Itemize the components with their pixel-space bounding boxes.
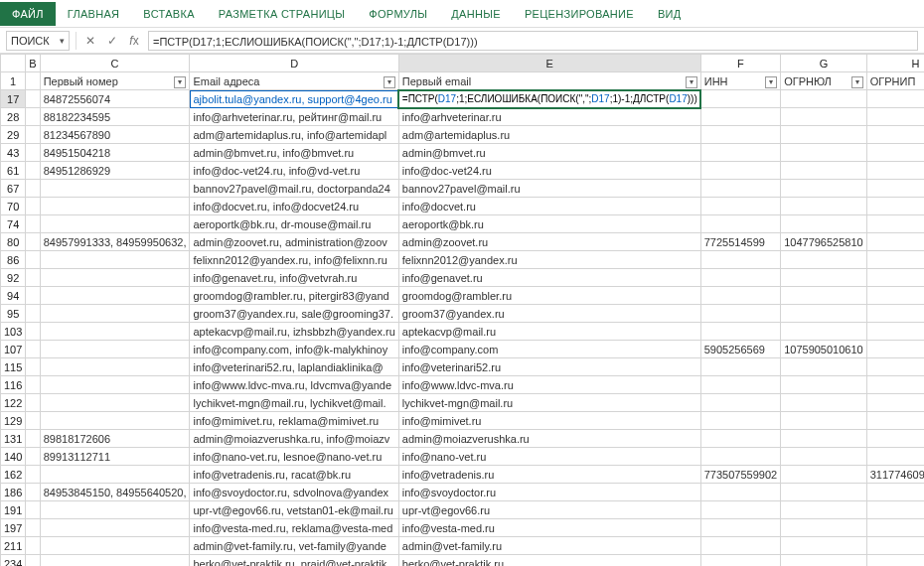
table-header-cell[interactable]: Email адреса▾ (190, 72, 398, 90)
cell[interactable] (866, 180, 924, 198)
cell[interactable]: info@docvet.ru (398, 198, 700, 215)
cell[interactable] (700, 198, 780, 215)
cell[interactable] (866, 537, 924, 555)
cell[interactable]: 88182234595 (40, 108, 190, 126)
cell[interactable] (866, 412, 924, 430)
cell[interactable]: 84953845150, 84955640520, (40, 484, 190, 501)
cell[interactable]: berko@vet-praktik.ru (398, 555, 700, 567)
tab-data[interactable]: ДАННЫЕ (439, 2, 513, 26)
cell[interactable] (781, 394, 867, 412)
cell[interactable] (866, 287, 924, 305)
cell[interactable] (866, 519, 924, 537)
column-header[interactable]: D (190, 55, 398, 72)
cell[interactable]: lychikvet-mgn@mail.ru (398, 394, 700, 412)
column-header[interactable]: E (398, 55, 700, 72)
formula-input[interactable]: =ПСТР(D17;1;ЕСЛИОШИБКА(ПОИСК(",";D17;1)-… (148, 31, 918, 51)
table-header-cell[interactable] (26, 72, 40, 90)
cell[interactable] (781, 555, 867, 567)
row-header[interactable]: 92 (1, 269, 26, 287)
table-header-cell[interactable]: Первый email▾ (398, 72, 700, 90)
cell[interactable]: admin@vet-family.ru, vet-family@yande (190, 537, 398, 555)
cell[interactable] (40, 501, 190, 519)
cell[interactable] (781, 215, 867, 233)
cell[interactable] (781, 180, 867, 198)
cancel-icon[interactable]: ✕ (82, 34, 98, 48)
cell[interactable]: info@veterinari52.ru (398, 358, 700, 376)
cell[interactable] (700, 412, 780, 430)
cell[interactable] (781, 90, 867, 108)
cell[interactable]: info@vetradenis.ru, racat@bk.ru (190, 466, 398, 484)
cell[interactable] (700, 537, 780, 555)
row-header[interactable]: 122 (1, 394, 26, 412)
filter-icon[interactable]: ▾ (765, 76, 777, 88)
cell[interactable] (26, 233, 40, 251)
filter-icon[interactable]: ▾ (174, 76, 186, 88)
cell[interactable] (26, 537, 40, 555)
column-header[interactable]: F (700, 55, 780, 72)
fx-icon[interactable]: fx (126, 34, 142, 48)
cell[interactable] (781, 144, 867, 162)
cell[interactable] (781, 126, 867, 144)
cell[interactable] (781, 323, 867, 341)
spreadsheet-grid[interactable]: BCDEFGH1Первый номер▾Email адреса▾Первый… (0, 54, 924, 566)
cell[interactable] (781, 537, 867, 555)
row-header[interactable]: 74 (1, 215, 26, 233)
cell[interactable] (781, 287, 867, 305)
cell[interactable] (700, 269, 780, 287)
cell[interactable] (700, 323, 780, 341)
cell[interactable]: info@vesta-med.ru, reklama@vesta-med (190, 519, 398, 537)
cell[interactable] (866, 341, 924, 358)
cell[interactable] (866, 501, 924, 519)
cell[interactable] (26, 341, 40, 358)
cell[interactable] (866, 162, 924, 180)
row-header[interactable]: 191 (1, 501, 26, 519)
cell[interactable] (26, 126, 40, 144)
row-header[interactable]: 115 (1, 358, 26, 376)
cell[interactable]: info@nano-vet.ru, lesnoe@nano-vet.ru (190, 448, 398, 466)
cell[interactable] (866, 90, 924, 108)
cell[interactable]: 311774609601152 (866, 466, 924, 484)
cell[interactable]: info@arhveterinar.ru (398, 108, 700, 126)
row-header[interactable]: 211 (1, 537, 26, 555)
cell[interactable] (40, 376, 190, 394)
cell[interactable] (40, 555, 190, 567)
cell[interactable] (40, 394, 190, 412)
tab-view[interactable]: ВИД (646, 2, 693, 26)
cell[interactable] (866, 269, 924, 287)
row-header[interactable]: 61 (1, 162, 26, 180)
cell[interactable]: info@veterinari52.ru, laplandiaklinika@ (190, 358, 398, 376)
cell[interactable]: felixnn2012@yandex.ru, info@felixnn.ru (190, 251, 398, 269)
cell[interactable] (866, 430, 924, 448)
tab-home[interactable]: ГЛАВНАЯ (56, 2, 132, 26)
cell[interactable]: 89913112711 (40, 448, 190, 466)
cell[interactable]: info@vetradenis.ru (398, 466, 700, 484)
cell[interactable]: adm@artemidaplus.ru (398, 126, 700, 144)
cell[interactable] (781, 198, 867, 215)
cell[interactable]: admin@zoovet.ru, administration@zoov (190, 233, 398, 251)
cell[interactable] (700, 555, 780, 567)
cell[interactable] (781, 466, 867, 484)
column-header[interactable]: G (781, 55, 867, 72)
cell[interactable] (40, 180, 190, 198)
cell[interactable]: groomdog@rambler.ru (398, 287, 700, 305)
cell[interactable]: groom37@yandex.ru, sale@grooming37. (190, 305, 398, 323)
row-header[interactable]: 67 (1, 180, 26, 198)
cell[interactable] (26, 430, 40, 448)
cell[interactable]: lychikvet-mgn@mail.ru, lychikvet@mail. (190, 394, 398, 412)
cell[interactable] (26, 519, 40, 537)
cell[interactable] (40, 341, 190, 358)
cell[interactable]: 84951504218 (40, 144, 190, 162)
cell[interactable] (866, 198, 924, 215)
cell[interactable]: aeroportk@bk.ru, dr-mouse@mail.ru (190, 215, 398, 233)
cell[interactable]: admin@bmvet.ru (398, 144, 700, 162)
cell[interactable] (866, 251, 924, 269)
cell[interactable] (26, 90, 40, 108)
cell[interactable]: felixnn2012@yandex.ru (398, 251, 700, 269)
cell[interactable]: admin@bmvet.ru, info@bmvet.ru (190, 144, 398, 162)
row-header[interactable]: 43 (1, 144, 26, 162)
cell[interactable] (26, 323, 40, 341)
cell[interactable]: groomdog@rambler.ru, pitergir83@yand (190, 287, 398, 305)
cell[interactable] (40, 466, 190, 484)
cell[interactable]: bannov27pavel@mail.ru (398, 180, 700, 198)
cell[interactable]: aeroportk@bk.ru (398, 215, 700, 233)
